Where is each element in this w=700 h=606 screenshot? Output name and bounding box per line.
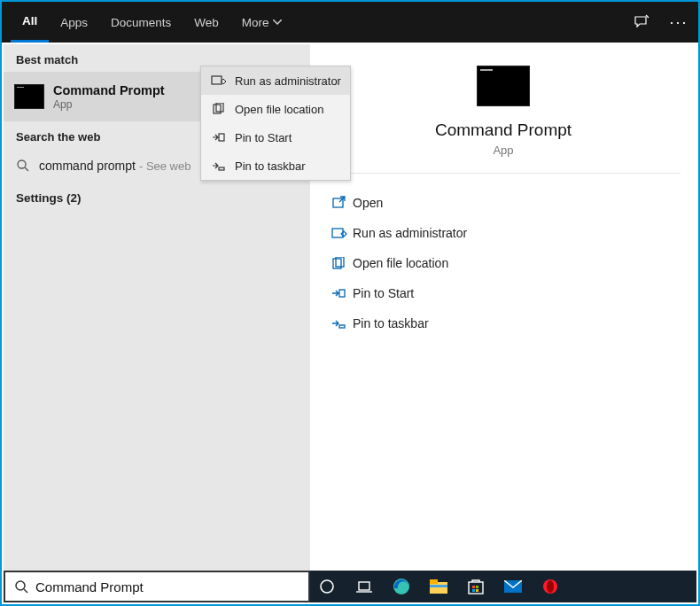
svg-point-0 xyxy=(18,160,26,168)
svg-rect-7 xyxy=(339,325,345,328)
svg-rect-20 xyxy=(430,579,438,584)
file-explorer-icon[interactable] xyxy=(429,577,448,596)
ctx-open-location[interactable]: Open file location xyxy=(201,95,350,123)
pin-taskbar-icon xyxy=(331,317,353,330)
svg-line-14 xyxy=(24,589,27,593)
search-icon xyxy=(16,159,30,173)
folder-icon xyxy=(331,257,353,269)
taskbar-tray xyxy=(310,571,696,602)
ctx-run-admin-label: Run as administrator xyxy=(235,74,341,88)
tab-all[interactable]: All xyxy=(11,2,49,43)
mail-icon[interactable] xyxy=(503,577,523,596)
search-panel: { "tabs": { "all": "All", "apps": "Apps"… xyxy=(0,0,700,606)
ctx-pin-taskbar-label: Pin to taskbar xyxy=(235,159,306,173)
ctx-run-admin[interactable]: Run as administrator xyxy=(201,66,350,95)
folder-icon xyxy=(210,102,228,116)
opera-icon[interactable] xyxy=(541,577,560,596)
tab-more-label: More xyxy=(242,16,269,29)
more-options-icon[interactable]: ··· xyxy=(670,13,688,31)
chevron-down-icon xyxy=(273,19,282,25)
tab-documents[interactable]: Documents xyxy=(99,2,183,43)
ctx-pin-start[interactable]: Pin to Start xyxy=(201,123,350,152)
open-icon xyxy=(331,196,353,210)
context-menu: Run as administrator Open file location … xyxy=(200,66,351,181)
svg-point-29 xyxy=(547,580,554,593)
pin-taskbar-icon xyxy=(210,159,228,173)
tab-more[interactable]: More xyxy=(230,2,293,43)
action-run-admin-label: Run as administrator xyxy=(353,226,467,240)
detail-subtitle: App xyxy=(493,144,513,157)
svg-rect-21 xyxy=(430,585,447,587)
web-hint-text: - See web xyxy=(139,159,191,173)
detail-column: Command Prompt App Open Run as administr… xyxy=(310,44,696,571)
action-open[interactable]: Open xyxy=(326,188,681,218)
svg-rect-11 xyxy=(219,134,224,141)
pin-start-icon xyxy=(210,130,228,144)
action-pin-taskbar[interactable]: Pin to taskbar xyxy=(326,308,681,338)
settings-section[interactable]: Settings (2) xyxy=(4,183,310,214)
run-admin-icon xyxy=(210,74,228,88)
action-open-location[interactable]: Open file location xyxy=(326,248,681,278)
web-query-text: command prompt xyxy=(39,159,136,173)
svg-point-15 xyxy=(321,580,333,593)
svg-line-1 xyxy=(25,167,28,171)
svg-rect-26 xyxy=(476,589,478,592)
tab-apps[interactable]: Apps xyxy=(49,2,99,43)
task-view-icon[interactable] xyxy=(354,577,374,596)
search-icon xyxy=(14,579,28,594)
detail-title: Command Prompt xyxy=(435,120,572,140)
result-text: Command Prompt App xyxy=(53,83,165,111)
search-input[interactable] xyxy=(35,579,299,594)
microsoft-store-icon[interactable] xyxy=(466,577,486,596)
svg-rect-25 xyxy=(472,589,475,592)
result-subtitle: App xyxy=(53,98,165,111)
pin-start-icon xyxy=(331,287,353,299)
detail-header: Command Prompt App xyxy=(326,66,681,174)
action-run-admin[interactable]: Run as administrator xyxy=(326,218,681,248)
ctx-open-location-label: Open file location xyxy=(235,103,323,116)
svg-point-13 xyxy=(16,581,25,590)
svg-rect-16 xyxy=(359,582,369,590)
filter-tab-bar: All Apps Documents Web More ··· xyxy=(2,2,698,43)
action-pin-start-label: Pin to Start xyxy=(353,286,414,300)
cortana-icon[interactable] xyxy=(317,577,337,596)
run-admin-icon xyxy=(331,227,353,239)
action-open-label: Open xyxy=(353,196,383,210)
taskbar-search[interactable] xyxy=(4,571,310,602)
tab-web[interactable]: Web xyxy=(183,2,230,43)
result-title: Command Prompt xyxy=(53,83,165,97)
taskbar xyxy=(4,571,696,602)
svg-rect-6 xyxy=(339,290,345,297)
svg-rect-12 xyxy=(219,167,224,170)
edge-icon[interactable] xyxy=(392,577,411,596)
ctx-pin-taskbar[interactable]: Pin to taskbar xyxy=(201,152,350,180)
tabbar-right: ··· xyxy=(633,2,688,43)
ctx-pin-start-label: Pin to Start xyxy=(235,131,292,144)
svg-rect-24 xyxy=(476,586,478,588)
svg-rect-23 xyxy=(472,586,475,588)
command-prompt-icon xyxy=(14,84,44,109)
svg-rect-8 xyxy=(212,76,222,84)
command-prompt-icon xyxy=(477,66,530,106)
action-open-location-label: Open file location xyxy=(353,256,448,270)
action-list: Open Run as administrator Open file loca… xyxy=(326,188,681,338)
action-pin-start[interactable]: Pin to Start xyxy=(326,278,681,308)
action-pin-taskbar-label: Pin to taskbar xyxy=(353,316,429,330)
feedback-icon[interactable] xyxy=(633,13,650,31)
